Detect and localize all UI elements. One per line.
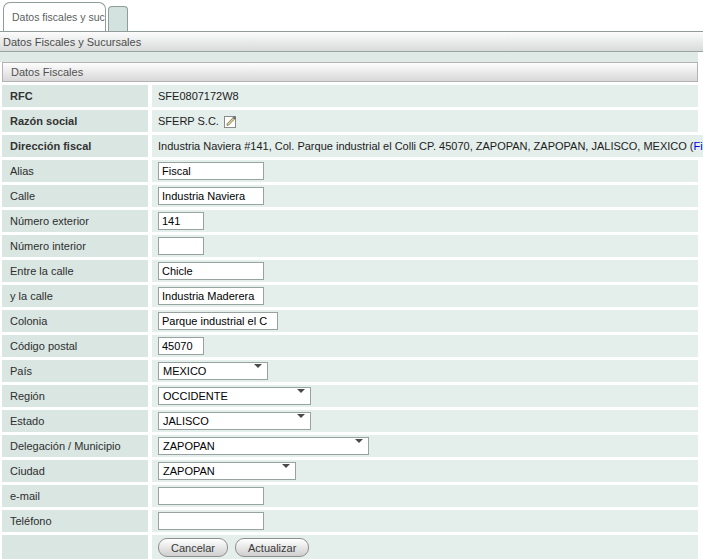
razon-social-value: SFERP S.C. (158, 115, 219, 127)
field-row-region: Región OCCIDENTE (2, 385, 698, 407)
cancel-button[interactable]: Cancelar (158, 538, 228, 557)
numero-exterior-input[interactable] (158, 212, 204, 230)
rfc-value: SFE0807172W8 (158, 90, 239, 102)
datos-fiscales-panel: Datos Fiscales RFC SFE0807172W8 Razón so… (0, 52, 698, 559)
ciudad-label: Ciudad (2, 460, 148, 482)
button-row: Cancelar Actualizar (2, 535, 698, 559)
field-row-entre-la-calle: Entre la calle (2, 260, 698, 282)
fiscal-address-link[interactable]: Fiscal (694, 140, 703, 152)
chevron-down-icon (355, 443, 363, 455)
numero-interior-input[interactable] (158, 237, 204, 255)
calle-input[interactable] (158, 187, 264, 205)
region-select[interactable]: OCCIDENTE (158, 387, 311, 405)
alias-label: Alias (2, 160, 148, 182)
section-title: Datos Fiscales (2, 62, 698, 82)
entre-la-calle-input[interactable] (158, 262, 264, 280)
y-la-calle-input[interactable] (158, 287, 264, 305)
alias-input[interactable] (158, 162, 264, 180)
field-row-ciudad: Ciudad ZAPOPAN (2, 460, 698, 482)
field-row-calle: Calle (2, 185, 698, 207)
field-row-delegacion-municipio: Delegación / Municipio ZAPOPAN (2, 435, 698, 457)
field-row-numero-exterior: Número exterior (2, 210, 698, 232)
fiscal-form: RFC SFE0807172W8 Razón social SFERP S.C.… (0, 85, 698, 559)
numero-exterior-label: Número exterior (2, 210, 148, 232)
direccion-fiscal-value: Industria Naviera #141, Col. Parque indu… (158, 140, 687, 152)
pais-select[interactable]: MEXICO (158, 362, 268, 380)
codigo-postal-label: Código postal (2, 335, 148, 357)
entre-la-calle-label: Entre la calle (2, 260, 148, 282)
numero-interior-label: Número interior (2, 235, 148, 257)
delegacion-municipio-select[interactable]: ZAPOPAN (158, 437, 369, 455)
direccion-fiscal-label: Dirección fiscal (2, 135, 148, 157)
telefono-input[interactable] (158, 512, 264, 530)
ciudad-select-value: ZAPOPAN (163, 465, 215, 477)
estado-label: Estado (2, 410, 148, 432)
field-row-y-la-calle: y la calle (2, 285, 698, 307)
chevron-down-icon (297, 393, 305, 405)
tab-bar: Datos fiscales y sucursales (0, 0, 703, 31)
email-input[interactable] (158, 487, 264, 505)
region-label: Región (2, 385, 148, 407)
field-row-estado: Estado JALISCO (2, 410, 698, 432)
tab-secondary[interactable] (108, 6, 128, 31)
estado-select-value: JALISCO (163, 415, 209, 427)
field-row-pais: País MEXICO (2, 360, 698, 382)
tab-datos-fiscales[interactable]: Datos fiscales y sucursales (3, 2, 106, 31)
delegacion-municipio-label: Delegación / Municipio (2, 435, 148, 457)
field-row-alias: Alias (2, 160, 698, 182)
field-row-codigo-postal: Código postal (2, 335, 698, 357)
field-row-email: e-mail (2, 485, 698, 507)
telefono-label: Teléfono (2, 510, 148, 532)
pais-select-value: MEXICO (163, 365, 206, 377)
page-title: Datos Fiscales y Sucursales (0, 31, 703, 52)
rfc-label: RFC (2, 85, 148, 107)
spacer-strip (0, 52, 698, 62)
chevron-down-icon (282, 468, 290, 480)
update-button[interactable]: Actualizar (235, 538, 309, 557)
email-label: e-mail (2, 485, 148, 507)
pais-label: País (2, 360, 148, 382)
button-row-label-cell (2, 535, 148, 559)
estado-select[interactable]: JALISCO (158, 412, 311, 430)
colonia-label: Colonia (2, 310, 148, 332)
codigo-postal-input[interactable] (158, 337, 204, 355)
field-row-telefono: Teléfono (2, 510, 698, 532)
region-select-value: OCCIDENTE (163, 390, 228, 402)
calle-label: Calle (2, 185, 148, 207)
edit-icon[interactable] (224, 115, 237, 128)
field-row-direccion-fiscal: Dirección fiscal Industria Naviera #141,… (2, 135, 698, 157)
field-row-razon-social: Razón social SFERP S.C. (2, 110, 698, 132)
field-row-colonia: Colonia (2, 310, 698, 332)
colonia-input[interactable] (158, 312, 278, 330)
field-row-rfc: RFC SFE0807172W8 (2, 85, 698, 107)
chevron-down-icon (297, 418, 305, 430)
y-la-calle-label: y la calle (2, 285, 148, 307)
field-row-numero-interior: Número interior (2, 235, 698, 257)
chevron-down-icon (254, 368, 262, 380)
ciudad-select[interactable]: ZAPOPAN (158, 462, 296, 480)
delegacion-municipio-select-value: ZAPOPAN (163, 440, 215, 452)
razon-social-label: Razón social (2, 110, 148, 132)
